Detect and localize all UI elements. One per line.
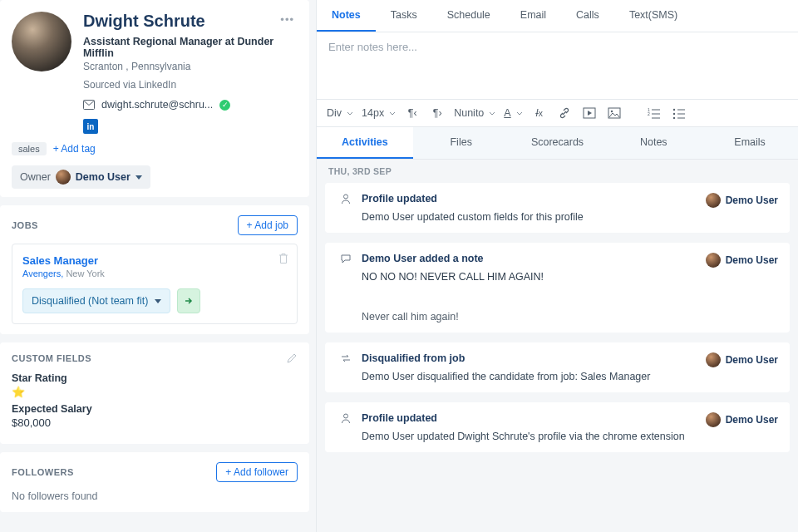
svg-point-15 (344, 195, 348, 199)
tab-email[interactable]: Email (505, 0, 561, 32)
activity-user[interactable]: Demo User (706, 253, 778, 268)
svg-point-3 (610, 111, 612, 112)
clear-format-icon[interactable]: Ix (531, 105, 548, 121)
add-follower-button[interactable]: + Add follower (216, 462, 298, 482)
notes-editor[interactable]: Enter notes here... (317, 32, 798, 99)
communication-tabs: Notes Tasks Schedule Email Calls Text(SM… (317, 0, 798, 32)
activity-profile-updated: Profile updated Demo User Demo User upda… (325, 183, 790, 233)
job-company[interactable]: Avengers, (22, 268, 63, 278)
activity-user[interactable]: Demo User (706, 193, 778, 208)
add-job-button[interactable]: + Add job (238, 215, 298, 235)
followers-empty: No followers found (12, 490, 298, 502)
linkedin-icon[interactable]: in (83, 119, 98, 134)
editor-toolbar: Div 14px ¶‹ ¶› Nunito A Ix (317, 99, 798, 127)
activity-disqualified: Disqualified from job Demo User Demo Use… (325, 342, 790, 392)
tab-files[interactable]: Files (413, 127, 510, 159)
jobs-section: JOBS + Add job Sales Manager Avengers, N… (0, 205, 309, 334)
more-horizontal-icon[interactable]: ••• (280, 13, 294, 26)
email-value[interactable]: dwight.schrute@schru... (101, 99, 213, 111)
activity-title: Profile updated (362, 193, 437, 204)
svg-text:2: 2 (648, 111, 650, 116)
tab-notes[interactable]: Notes (317, 0, 376, 32)
job-location: New York (66, 268, 104, 278)
user-avatar (706, 352, 721, 367)
tab-notes-sec[interactable]: Notes (605, 127, 702, 159)
job-status-dropdown[interactable]: Disqualified (Not team fit) (22, 288, 170, 313)
custom-fields-title: CUSTOM FIELDS (12, 353, 91, 363)
chat-icon (338, 253, 353, 264)
font-family-select[interactable]: Nunito (454, 107, 495, 119)
tab-tasks[interactable]: Tasks (376, 0, 432, 32)
edit-icon[interactable] (286, 352, 298, 364)
owner-selector[interactable]: Owner Demo User (12, 165, 150, 189)
job-card: Sales Manager Avengers, New York Disqual… (12, 244, 298, 324)
svg-point-13 (672, 117, 674, 119)
image-icon[interactable] (606, 105, 623, 121)
followers-title: FOLLOWERS (12, 467, 74, 477)
ordered-list-icon[interactable]: 12 (646, 105, 663, 121)
tab-schedule[interactable]: Schedule (432, 0, 505, 32)
activity-title: Disqualified from job (362, 352, 465, 364)
activity-title: Demo User added a note (362, 253, 484, 264)
chevron-down-icon (135, 175, 142, 180)
profile-name: Dwight Schrute (83, 12, 298, 31)
feed-date-separator: THU, 3RD SEP (317, 160, 798, 183)
job-status-label: Disqualified (Not team fit) (32, 295, 148, 307)
profile-icon (338, 193, 353, 204)
owner-label: Owner (20, 171, 51, 183)
tab-emails[interactable]: Emails (702, 127, 798, 159)
paragraph-ltr-icon[interactable]: ¶‹ (404, 105, 421, 121)
chevron-down-icon (155, 299, 161, 303)
activity-body: Demo User updated custom fields for this… (362, 211, 776, 223)
tab-activities[interactable]: Activities (317, 127, 413, 159)
user-avatar (706, 412, 721, 427)
user-avatar (706, 253, 721, 268)
profile-location: Scranton , Pennsylvania (83, 61, 298, 72)
svg-point-9 (672, 109, 674, 111)
trash-icon[interactable] (278, 253, 288, 264)
owner-avatar (56, 170, 71, 185)
envelope-icon (83, 100, 95, 110)
profile-title: Assistant Regional Manager at Dunder Mif… (83, 36, 298, 59)
email-row: dwight.schrute@schru... ✓ (83, 99, 298, 111)
user-avatar (706, 193, 721, 208)
unordered-list-icon[interactable] (671, 105, 687, 121)
transfer-icon (338, 352, 353, 364)
secondary-tabs: Activities Files Scorecards Notes Emails (317, 127, 798, 160)
editor-placeholder: Enter notes here... (328, 41, 417, 53)
job-title-link[interactable]: Sales Manager (22, 254, 287, 267)
link-icon[interactable] (556, 105, 573, 121)
followers-section: FOLLOWERS + Add follower No followers fo… (0, 452, 309, 512)
svg-point-11 (672, 113, 674, 115)
profile-card: Dwight Schrute Assistant Regional Manage… (0, 0, 309, 197)
profile-source: Sourced via LinkedIn (83, 79, 298, 91)
font-size-select[interactable]: 14px (362, 107, 396, 119)
verified-icon: ✓ (219, 100, 230, 111)
paragraph-rtl-icon[interactable]: ¶› (429, 105, 446, 121)
cf-salary-value: $80,000 (12, 416, 298, 429)
custom-fields-section: CUSTOM FIELDS Star Rating ⭐ Expected Sal… (0, 342, 309, 444)
activity-body: Demo User disqualified the candidate fro… (362, 371, 776, 382)
activity-title: Profile updated (362, 412, 437, 424)
activity-feed: THU, 3RD SEP Profile updated Demo User D… (317, 160, 798, 532)
activity-user[interactable]: Demo User (706, 352, 778, 367)
cf-star-label: Star Rating (12, 372, 298, 384)
jobs-section-title: JOBS (12, 220, 38, 230)
owner-name: Demo User (76, 171, 131, 183)
tab-calls[interactable]: Calls (561, 0, 614, 32)
profile-icon (338, 412, 353, 424)
profile-avatar[interactable] (12, 12, 71, 71)
tab-textsms[interactable]: Text(SMS) (614, 0, 692, 32)
text-color-select[interactable]: A (504, 107, 522, 119)
tab-scorecards[interactable]: Scorecards (510, 127, 606, 159)
advance-stage-button[interactable] (177, 288, 200, 313)
svg-point-16 (344, 414, 348, 418)
video-icon[interactable] (581, 105, 598, 121)
activity-user[interactable]: Demo User (706, 412, 778, 427)
block-format-select[interactable]: Div (327, 107, 353, 119)
cf-salary-label: Expected Salary (12, 403, 298, 415)
tag-chip[interactable]: sales (12, 142, 47, 155)
add-tag-button[interactable]: + Add tag (53, 143, 96, 155)
activity-profile-updated: Profile updated Demo User Demo User upda… (325, 402, 790, 452)
cf-star-value: ⭐ (12, 386, 298, 398)
